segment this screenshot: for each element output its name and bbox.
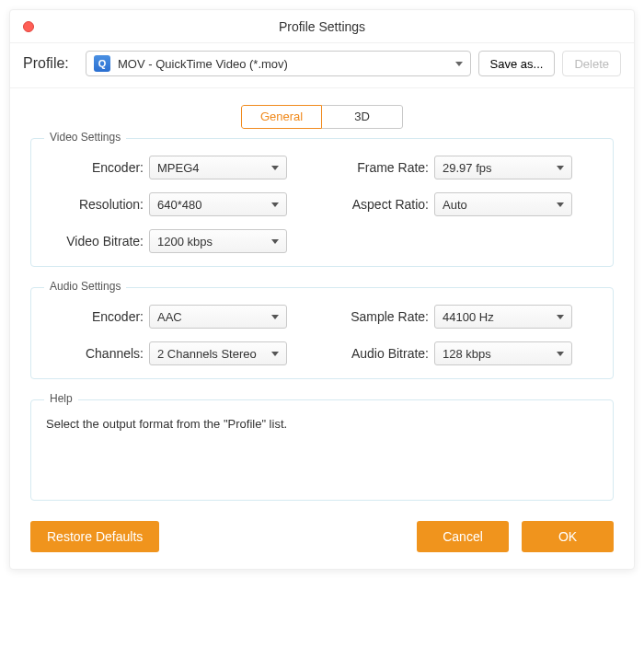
window-title: Profile Settings [279, 19, 365, 34]
audio-bitrate-select[interactable]: 128 kbps [434, 341, 572, 365]
chevron-down-icon [271, 352, 279, 356]
chevron-down-icon [271, 202, 279, 207]
video-encoder-value: MPEG4 [157, 161, 200, 175]
video-bitrate-select[interactable]: 1200 kbps [149, 229, 287, 253]
frame-rate-value: 29.97 fps [443, 161, 492, 175]
audio-bitrate-value: 128 kbps [443, 347, 491, 361]
chevron-down-icon [271, 166, 279, 170]
delete-button: Delete [562, 51, 621, 76]
help-text: Select the output format from the "Profi… [46, 417, 598, 431]
resolution-value: 640*480 [157, 198, 201, 212]
chevron-down-icon [455, 62, 463, 66]
chevron-down-icon [271, 239, 279, 244]
footer: Restore Defaults Cancel OK [30, 521, 614, 552]
sample-rate-value: 44100 Hz [443, 310, 494, 324]
chevron-down-icon [557, 202, 564, 207]
profile-row: Profile: MOV - QuickTime Video (*.mov) S… [10, 43, 634, 88]
profile-label: Profile: [23, 55, 78, 72]
profile-select[interactable]: MOV - QuickTime Video (*.mov) [86, 51, 471, 76]
audio-encoder-label: Encoder: [48, 309, 149, 324]
help-legend: Help [44, 392, 78, 405]
audio-settings-legend: Audio Settings [44, 280, 126, 293]
chevron-down-icon [557, 352, 564, 356]
video-bitrate-label: Video Bitrate: [48, 234, 149, 249]
channels-select[interactable]: 2 Channels Stereo [149, 341, 287, 365]
audio-encoder-value: AAC [157, 310, 182, 324]
close-icon[interactable] [23, 21, 34, 32]
resolution-select[interactable]: 640*480 [149, 192, 287, 216]
video-encoder-label: Encoder: [48, 160, 149, 175]
channels-value: 2 Channels Stereo [157, 347, 257, 361]
quicktime-icon [94, 55, 110, 72]
content: Video Settings Encoder: MPEG4 Frame Rate… [10, 138, 634, 569]
tab-3d[interactable]: 3D [322, 105, 403, 129]
video-encoder-select[interactable]: MPEG4 [149, 156, 287, 179]
chevron-down-icon [557, 166, 564, 170]
titlebar: Profile Settings [10, 10, 634, 43]
sample-rate-label: Sample Rate: [324, 309, 434, 324]
video-settings-group: Video Settings Encoder: MPEG4 Frame Rate… [30, 138, 614, 267]
aspect-ratio-select[interactable]: Auto [434, 192, 572, 216]
audio-encoder-select[interactable]: AAC [149, 305, 287, 329]
restore-defaults-button[interactable]: Restore Defaults [30, 521, 159, 552]
help-group: Help Select the output format from the "… [30, 399, 614, 501]
profile-value: MOV - QuickTime Video (*.mov) [118, 57, 288, 71]
tab-general[interactable]: General [241, 105, 322, 129]
resolution-label: Resolution: [48, 197, 149, 212]
channels-label: Channels: [48, 346, 149, 361]
chevron-down-icon [271, 315, 279, 319]
cancel-button[interactable]: Cancel [417, 521, 509, 552]
audio-settings-group: Audio Settings Encoder: AAC Sample Rate:… [30, 287, 614, 379]
ok-button[interactable]: OK [522, 521, 614, 552]
video-bitrate-value: 1200 kbps [157, 235, 213, 249]
audio-bitrate-label: Audio Bitrate: [324, 346, 434, 361]
video-settings-legend: Video Settings [44, 131, 126, 144]
aspect-ratio-value: Auto [443, 198, 467, 212]
tabs: General 3D [10, 105, 634, 129]
frame-rate-label: Frame Rate: [324, 160, 434, 175]
sample-rate-select[interactable]: 44100 Hz [434, 305, 572, 329]
chevron-down-icon [557, 315, 564, 319]
aspect-ratio-label: Aspect Ratio: [324, 197, 434, 212]
settings-window: Profile Settings Profile: MOV - QuickTim… [9, 9, 635, 570]
save-as-button[interactable]: Save as... [478, 51, 556, 76]
frame-rate-select[interactable]: 29.97 fps [434, 156, 572, 179]
